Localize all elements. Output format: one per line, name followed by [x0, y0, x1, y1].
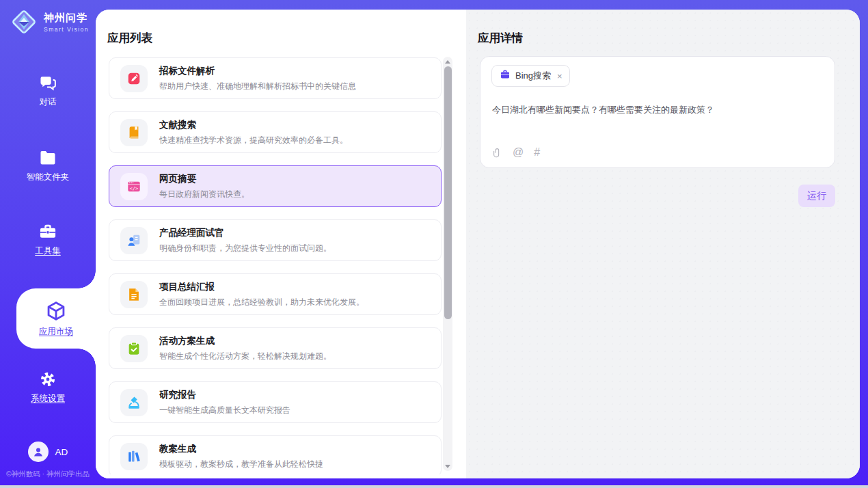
app-card-description: 全面回顾项目进展，总结经验教训，助力未来优化发展。 — [159, 297, 364, 308]
svg-text:</>: </> — [130, 185, 138, 191]
brand-name: 神州问学 — [44, 12, 89, 25]
app-card-title: 产品经理面试官 — [159, 227, 331, 239]
scroll-down-button[interactable] — [443, 462, 452, 470]
copyright-footer: ©神州数码 · 神州问学出品 — [0, 470, 96, 479]
app-logo: 神州问学 Smart Vision — [10, 8, 89, 36]
books-icon — [120, 443, 148, 470]
sidebar-item-label: 智能文件夹 — [27, 172, 70, 183]
main-content: 应用列表 招标文件解析帮助用户快速、准确地理解和解析招标书中的关键信息文献搜索快… — [96, 10, 860, 478]
scroll-up-button[interactable] — [443, 57, 452, 66]
app-card-2[interactable]: 文献搜索快速精准查找学术资源，提高研究效率的必备工具。 — [109, 111, 442, 153]
composer-toolbar: @# — [492, 146, 540, 159]
app-card-3[interactable]: </>网页摘要每日政府新闻资讯快查。 — [109, 165, 442, 207]
app-card-title: 文献搜索 — [159, 119, 348, 131]
user-icon — [32, 446, 44, 458]
browser-code-icon: </> — [120, 173, 148, 200]
tool-chip-bing-search[interactable]: Bing搜索 × — [491, 65, 570, 87]
scroll-up-icon — [445, 60, 450, 64]
tool-chip-label: Bing搜索 — [515, 70, 551, 82]
paperclip-icon[interactable] — [492, 147, 502, 159]
sidebar-item-label: 系统设置 — [31, 393, 65, 405]
app-card-title: 项目总结汇报 — [159, 281, 364, 293]
app-card-description: 快速精准查找学术资源，提高研究效率的必备工具。 — [159, 135, 348, 146]
app-detail-panel: 应用详情 Bing搜索 × 今日湖北有哪些新闻要点？有哪些需要关注的最新政策？ … — [466, 10, 860, 478]
scroll-down-icon — [445, 465, 450, 468]
sidebar-item-3[interactable]: 工具集 — [0, 220, 96, 258]
pen-square-icon — [120, 65, 148, 92]
app-card-list: 招标文件解析帮助用户快速、准确地理解和解析招标书中的关键信息文献搜索快速精准查找… — [109, 57, 442, 474]
chip-close-icon[interactable]: × — [557, 72, 562, 81]
app-card-description: 每日政府新闻资讯快查。 — [159, 189, 249, 200]
app-card-title: 网页摘要 — [159, 173, 249, 185]
chat-icon — [38, 73, 57, 92]
app-list-title: 应用列表 — [107, 31, 152, 46]
cube-icon — [45, 300, 67, 322]
avatar — [28, 442, 49, 462]
app-card-description: 明确身份和职责，为您提供专业性的面试问题。 — [159, 243, 331, 254]
app-card-description: 模板驱动，教案秒成，教学准备从此轻松快捷 — [159, 459, 323, 470]
microscope-icon — [120, 389, 148, 416]
at-icon[interactable]: @ — [513, 146, 524, 159]
app-card-1[interactable]: 招标文件解析帮助用户快速、准确地理解和解析招标书中的关键信息 — [109, 57, 442, 99]
sidebar-item-5[interactable]: 系统设置 — [0, 368, 96, 406]
sidebar-item-2[interactable]: 智能文件夹 — [0, 146, 96, 185]
doc-lines-icon — [120, 281, 148, 308]
app-card-7[interactable]: 研究报告一键智能生成高质量长文本研究报告 — [109, 381, 442, 423]
app-card-8[interactable]: 教案生成模板驱动，教案秒成，教学准备从此轻松快捷 — [109, 435, 442, 474]
app-card-title: 教案生成 — [159, 443, 323, 455]
scrollbar-thumb[interactable] — [444, 66, 452, 319]
bottom-edge-strip — [0, 485, 868, 488]
question-input[interactable]: 今日湖北有哪些新闻要点？有哪些需要关注的最新政策？ — [492, 104, 824, 116]
app-card-title: 活动方案生成 — [159, 335, 331, 347]
gear-icon — [38, 370, 57, 389]
scrollbar[interactable] — [443, 57, 452, 471]
briefcase-icon — [500, 69, 511, 83]
clipboard-check-icon — [120, 335, 148, 362]
app-list-panel: 应用列表 招标文件解析帮助用户快速、准确地理解和解析招标书中的关键信息文献搜索快… — [96, 10, 466, 478]
toolbox-icon — [38, 222, 57, 241]
book-icon — [120, 119, 148, 146]
app-card-5[interactable]: 项目总结汇报全面回顾项目进展，总结经验教训，助力未来优化发展。 — [109, 273, 442, 315]
app-card-description: 智能生成个性化活动方案，轻松解决规划难题。 — [159, 351, 331, 362]
app-card-description: 帮助用户快速、准确地理解和解析招标书中的关键信息 — [159, 81, 356, 92]
app-card-title: 招标文件解析 — [159, 65, 356, 77]
hash-icon[interactable]: # — [534, 146, 540, 159]
app-card-description: 一键智能生成高质量长文本研究报告 — [159, 405, 290, 416]
sidebar-item-4[interactable]: 应用市场 — [16, 288, 96, 349]
app-card-title: 研究报告 — [159, 389, 290, 401]
app-detail-title: 应用详情 — [478, 31, 523, 46]
user-name: AD — [55, 447, 68, 457]
app-card-4[interactable]: 产品经理面试官明确身份和职责，为您提供专业性的面试问题。 — [109, 219, 442, 261]
sidebar: 神州问学 Smart Vision 对话智能文件夹工具集应用市场系统设置 AD … — [0, 0, 96, 488]
sidebar-item-label: 工具集 — [35, 245, 61, 257]
user-badge[interactable]: AD — [0, 442, 96, 462]
sidebar-item-1[interactable]: 对话 — [0, 71, 96, 109]
composer-card[interactable]: Bing搜索 × 今日湖北有哪些新闻要点？有哪些需要关注的最新政策？ @# — [480, 56, 835, 168]
sidebar-item-label: 对话 — [40, 96, 57, 108]
app-card-6[interactable]: 活动方案生成智能生成个性化活动方案，轻松解决规划难题。 — [109, 327, 442, 369]
brand-subtitle: Smart Vision — [44, 26, 89, 33]
run-button[interactable]: 运行 — [798, 185, 835, 207]
sidebar-item-label: 应用市场 — [39, 326, 73, 338]
folder-icon — [38, 148, 57, 167]
person-doc-icon — [120, 227, 148, 254]
logo-diamond-icon — [10, 8, 38, 36]
